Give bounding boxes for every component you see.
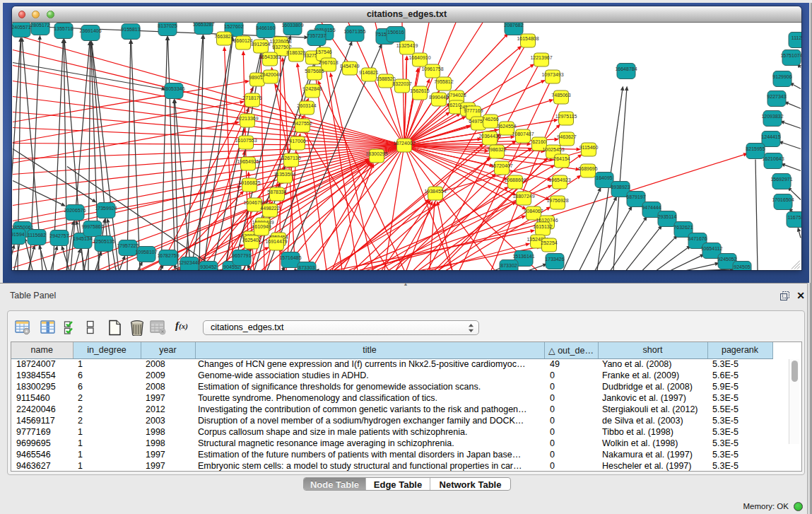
svg-text:150616: 150616: [387, 29, 404, 34]
svg-text:10654112: 10654112: [701, 245, 723, 250]
svg-text:16648784: 16648784: [615, 66, 637, 71]
svg-text:62160: 62160: [532, 139, 546, 144]
svg-text:15751074: 15751074: [780, 52, 801, 57]
svg-text:16046798: 16046798: [243, 199, 265, 204]
svg-text:7485063: 7485063: [551, 92, 570, 97]
svg-text:264154: 264154: [553, 156, 570, 160]
svg-text:9777169: 9777169: [464, 107, 483, 112]
svg-text:8660124: 8660124: [233, 37, 252, 42]
svg-text:1610949: 1610949: [252, 223, 271, 228]
svg-text:6689695: 6689695: [578, 165, 597, 170]
svg-text:9327502: 9327502: [272, 44, 291, 49]
svg-text:873303: 873303: [298, 264, 314, 269]
svg-text:930452: 930452: [200, 264, 216, 269]
svg-text:15720407: 15720407: [490, 163, 512, 168]
svg-text:157546: 157546: [315, 49, 331, 54]
svg-text:8427552: 8427552: [293, 120, 312, 125]
svg-text:12505135: 12505135: [93, 238, 114, 243]
svg-text:12213967: 12213967: [530, 54, 552, 59]
svg-text:1615132: 1615132: [533, 223, 552, 228]
svg-text:873302: 873302: [500, 262, 517, 267]
svg-text:17359924: 17359924: [95, 205, 117, 210]
svg-text:10025453: 10025453: [542, 146, 564, 151]
svg-text:10653287: 10653287: [192, 23, 214, 27]
svg-text:15716485: 15716485: [279, 255, 301, 259]
svg-text:10807487: 10807487: [512, 131, 534, 136]
svg-text:8215955: 8215955: [746, 146, 765, 151]
svg-text:8912954: 8912954: [251, 41, 270, 46]
svg-text:2935114: 2935114: [658, 214, 677, 218]
svg-text:7663822: 7663822: [214, 33, 233, 38]
svg-text:8990448: 8990448: [429, 94, 448, 99]
svg-text:9129906: 9129906: [772, 74, 792, 78]
svg-text:17016504: 17016504: [772, 197, 794, 201]
svg-text:23691406: 23691406: [79, 28, 101, 33]
svg-text:20364436: 20364436: [478, 133, 500, 138]
svg-text:4498222: 4498222: [260, 205, 279, 210]
svg-text:15136141: 15136141: [512, 253, 534, 258]
svg-text:5878334: 5878334: [267, 189, 286, 194]
svg-text:16120746: 16120746: [536, 217, 558, 222]
svg-text:11325419: 11325419: [396, 42, 418, 47]
svg-text:18724007: 18724007: [393, 140, 415, 145]
svg-text:8471676: 8471676: [688, 235, 707, 240]
svg-text:8938923: 8938923: [611, 184, 630, 189]
svg-text:7955812: 7955812: [434, 78, 453, 83]
svg-text:9245052: 9245052: [717, 256, 736, 261]
svg-text:7625402: 7625402: [242, 237, 261, 242]
svg-text:8454749: 8454749: [340, 63, 359, 68]
svg-text:19756928: 19756928: [546, 197, 568, 202]
svg-text:16154808: 16154808: [517, 35, 539, 40]
svg-text:16914479: 16914479: [265, 238, 287, 243]
svg-text:8137025: 8137025: [158, 23, 177, 28]
svg-text:3624554: 3624554: [497, 123, 516, 128]
svg-text:2718176: 2718176: [242, 95, 261, 100]
svg-text:252254: 252254: [541, 240, 557, 245]
svg-text:10961758: 10961758: [421, 66, 443, 71]
svg-text:19654925: 19654925: [237, 158, 259, 163]
svg-text:2405571: 2405571: [12, 24, 31, 29]
svg-text:11353594: 11353594: [274, 171, 296, 176]
svg-text:17957225: 17957225: [117, 243, 139, 247]
svg-text:2603144: 2603144: [297, 103, 316, 107]
svg-text:20206576: 20206576: [64, 207, 86, 212]
svg-text:417006: 417006: [289, 138, 305, 143]
svg-text:2805172: 2805172: [30, 23, 49, 28]
svg-text:6794028: 6794028: [447, 92, 466, 97]
svg-text:9146821: 9146821: [359, 69, 378, 74]
svg-text:6879197: 6879197: [626, 194, 645, 199]
svg-text:9155813: 9155813: [121, 26, 140, 31]
svg-text:16033809: 16033809: [281, 23, 303, 28]
svg-text:19166825: 19166825: [238, 180, 260, 185]
svg-text:1115682: 1115682: [28, 232, 46, 237]
svg-text:16782759: 16782759: [157, 252, 179, 257]
svg-text:9474444: 9474444: [642, 204, 661, 209]
svg-text:2967618: 2967618: [319, 59, 338, 64]
svg-text:18300295: 18300295: [365, 151, 387, 156]
svg-text:1588520: 1588520: [376, 76, 395, 81]
svg-text:12213369: 12213369: [236, 115, 258, 120]
svg-text:16210643: 16210643: [762, 156, 784, 160]
svg-text:7986322: 7986322: [487, 146, 506, 151]
svg-text:99975867: 99975867: [81, 223, 103, 228]
svg-text:10688609: 10688609: [504, 177, 526, 182]
svg-text:9657791: 9657791: [232, 252, 251, 257]
svg-text:2087682: 2087682: [504, 23, 523, 28]
svg-text:16640910: 16640910: [408, 54, 430, 59]
svg-text:12923446: 12923446: [178, 259, 200, 264]
svg-text:12975115: 12975115: [555, 113, 577, 118]
svg-text:19384554: 19384554: [424, 188, 446, 193]
svg-text:924505: 924505: [734, 264, 750, 269]
svg-text:10958107: 10958107: [135, 249, 157, 254]
svg-text:8322037: 8322037: [392, 81, 411, 86]
svg-text:9463627: 9463627: [557, 134, 576, 139]
svg-text:8466160: 8466160: [256, 25, 275, 30]
svg-text:1562615: 1562615: [410, 88, 429, 93]
svg-text:16107553: 16107553: [235, 137, 257, 142]
svg-text:23420046: 23420046: [259, 71, 281, 76]
svg-text:746266: 746266: [482, 116, 498, 121]
svg-text:2942757: 2942757: [49, 233, 69, 238]
svg-text:7632621: 7632621: [673, 224, 693, 229]
svg-text:1733426: 1733426: [545, 256, 564, 261]
svg-text:19654923: 19654923: [548, 177, 570, 182]
